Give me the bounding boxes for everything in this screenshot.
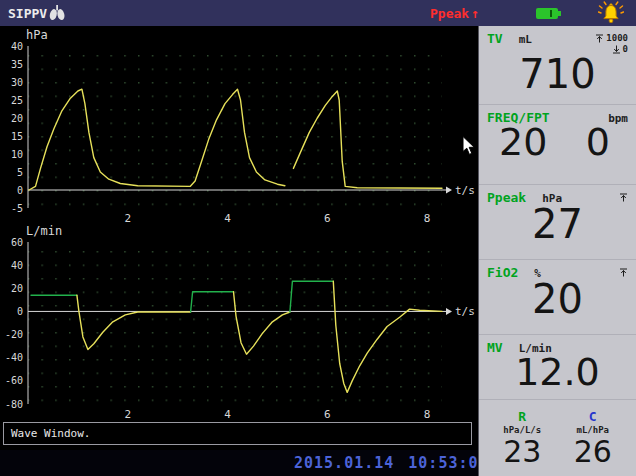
- high-limit-icon: [619, 268, 628, 277]
- svg-text:-60: -60: [5, 375, 23, 386]
- alarm-message: Ppeak↑: [430, 6, 479, 21]
- tv-value: 710: [487, 53, 628, 95]
- pressure-waveform-chart: t/shPa4035302520151050-52468: [0, 28, 478, 230]
- tile-tidal-volume[interactable]: TV mL 1000 0 710: [479, 26, 636, 105]
- tile-minute-volume[interactable]: MV L/min 12.0: [479, 335, 636, 400]
- resistance-label: R: [518, 409, 526, 424]
- svg-text:-80: -80: [5, 399, 23, 410]
- datetime-bar: 2015.01.14 10:53:06: [0, 450, 478, 476]
- ventilator-screen: SIPPV Ppeak↑ t/shPa4035302520151050: [0, 0, 636, 476]
- status-message: Wave Window.: [11, 427, 90, 440]
- svg-text:-5: -5: [11, 203, 23, 214]
- alarm-bell-icon[interactable]: [598, 1, 624, 25]
- svg-text:0: 0: [17, 185, 23, 196]
- tile-frequency[interactable]: FREQ/FPT bpm 20 0: [479, 105, 636, 185]
- high-limit-icon: [619, 193, 628, 202]
- svg-text:60: 60: [11, 237, 23, 248]
- alarm-high-arrow-icon: ↑: [471, 6, 479, 21]
- resistance-value: 23: [503, 434, 541, 469]
- mouse-cursor: [462, 136, 476, 160]
- ppeak-value: 27: [487, 203, 628, 245]
- svg-text:10: 10: [11, 149, 23, 160]
- tv-low-limit: 0: [623, 44, 628, 55]
- fio2-label: FiO2: [487, 265, 518, 280]
- ventilation-mode-label: SIPPV: [8, 6, 47, 21]
- resistance-column: R hPa/L/s 23: [487, 405, 558, 474]
- parameter-panel: TV mL 1000 0 710 FREQ/FPT bpm: [478, 26, 636, 476]
- svg-text:t/s: t/s: [455, 184, 475, 197]
- lungs-icon: [48, 5, 66, 21]
- compliance-value: 26: [574, 434, 612, 469]
- svg-text:40: 40: [11, 41, 23, 52]
- mv-value: 12.0: [487, 353, 628, 393]
- battery-icon: [536, 8, 558, 19]
- svg-text:15: 15: [11, 131, 23, 142]
- low-limit-icon: [612, 45, 621, 54]
- fio2-value: 20: [487, 278, 628, 320]
- status-message-box: Wave Window.: [3, 422, 472, 445]
- svg-text:5: 5: [17, 167, 23, 178]
- svg-text:30: 30: [11, 77, 23, 88]
- tile-ppeak[interactable]: Ppeak hPa 27: [479, 185, 636, 260]
- tv-high-limit: 1000: [606, 33, 628, 44]
- svg-text:35: 35: [11, 59, 23, 70]
- freq-value: 20: [499, 123, 547, 163]
- date-label: 2015.01.14: [294, 450, 394, 476]
- svg-text:t/s: t/s: [455, 305, 475, 318]
- svg-text:2: 2: [124, 408, 131, 421]
- waveform-area: t/shPa4035302520151050-52468 t/sL/min604…: [0, 26, 478, 476]
- high-limit-icon: [595, 34, 604, 43]
- svg-text:hPa: hPa: [26, 28, 48, 42]
- time-label: 10:53:06: [408, 450, 488, 476]
- tile-fio2[interactable]: FiO2 % 20: [479, 260, 636, 335]
- tile-resistance-compliance[interactable]: R hPa/L/s 23 C mL/hPa 26: [479, 400, 636, 474]
- top-bar: SIPPV Ppeak↑: [0, 0, 636, 26]
- ppeak-alarm-limits: [619, 193, 628, 202]
- svg-text:20: 20: [11, 283, 23, 294]
- compliance-column: C mL/hPa 26: [558, 405, 629, 474]
- svg-text:20: 20: [11, 113, 23, 124]
- svg-text:0: 0: [17, 306, 23, 317]
- mv-label: MV: [487, 340, 503, 355]
- ppeak-label: Ppeak: [487, 190, 526, 205]
- svg-text:L/min: L/min: [26, 224, 62, 238]
- flow-waveform-chart: t/sL/min6040200-20-40-60-802468: [0, 224, 478, 426]
- alarm-parameter: Ppeak: [430, 6, 469, 21]
- svg-text:-40: -40: [5, 352, 23, 363]
- freq-unit: bpm: [608, 112, 628, 125]
- tv-alarm-limits: 1000 0: [595, 33, 628, 55]
- svg-text:8: 8: [424, 408, 431, 421]
- compliance-label: C: [589, 409, 597, 424]
- fio2-alarm-limits: [619, 268, 628, 277]
- tv-unit: mL: [519, 33, 532, 46]
- svg-text:-20: -20: [5, 329, 23, 340]
- fpt-value: 0: [586, 123, 610, 163]
- tv-label: TV: [487, 31, 503, 46]
- svg-text:4: 4: [224, 408, 231, 421]
- svg-text:40: 40: [11, 260, 23, 271]
- svg-text:25: 25: [11, 95, 23, 106]
- svg-text:6: 6: [324, 408, 331, 421]
